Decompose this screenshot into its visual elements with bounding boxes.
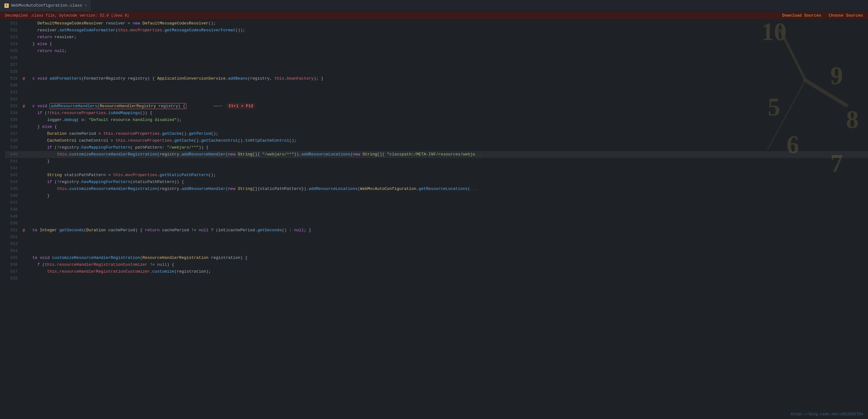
line-num-536: 536 — [5, 123, 20, 130]
line-body-544: if (!registry.hasMappingForPattern(stati… — [28, 179, 868, 185]
code-line-553: 553 — [5, 241, 868, 247]
line-body-536: } else { — [28, 123, 868, 130]
line-num-538: 538 — [5, 137, 20, 144]
arrow-icon: ——→ — [213, 103, 222, 109]
code-line-543: 543 String staticPathPattern = this.mvcP… — [5, 172, 868, 179]
line-num-521: 521 — [5, 20, 20, 27]
code-line-552: 552 — [5, 234, 868, 241]
code-line-531: 531 — [5, 89, 868, 96]
line-num-537: 537 — [5, 130, 20, 137]
line-body-523: return resolver; — [28, 34, 868, 41]
line-num-548: 548 — [5, 206, 20, 213]
line-body-556: f (this.resourceHandlerRegistrationCusto… — [28, 261, 868, 268]
line-body-543: String staticPathPattern = this.mvcPrope… — [28, 172, 868, 179]
code-line-549: 549 — [5, 213, 868, 220]
code-line-534: 534 if (!this.resourceProperties.isAddMa… — [5, 110, 868, 117]
tab-file-icon: C — [4, 3, 9, 8]
code-line-535: 535 logger.debug( o: "Default resource h… — [5, 117, 868, 123]
code-line-522: 522 resolver.setMessageCodeFormatter(thi… — [5, 27, 868, 34]
line-num-556: 556 — [5, 261, 20, 268]
line-num-529: 529 — [5, 75, 20, 82]
line-body-537: Duration cachePeriod = this.resourceProp… — [28, 130, 868, 137]
line-body-531 — [28, 89, 868, 96]
line-body-527 — [28, 61, 868, 68]
code-line-526: 526 — [5, 55, 868, 61]
code-line-542: 542 — [5, 165, 868, 172]
code-line-525: 525 return null; — [5, 48, 868, 55]
tab-label: WebMvcAutoConfiguration.class — [11, 3, 82, 8]
line-body-549 — [28, 213, 868, 220]
line-body-521: DefaultMessageCodesResolver resolver = n… — [28, 20, 868, 27]
code-line-538: 538 CacheControl cacheControl = this.res… — [5, 137, 868, 144]
line-num-550: 550 — [5, 220, 20, 227]
line-body-535: logger.debug( o: "Default resource handl… — [28, 117, 868, 123]
line-body-533: c void addResourceHandlers(ResourceHandl… — [28, 103, 868, 110]
line-body-558 — [28, 275, 868, 282]
code-line-540: 540 this.customizeResourceHandlerRegistr… — [5, 151, 868, 158]
line-num-523: 523 — [5, 34, 20, 41]
line-body-532 — [28, 96, 868, 103]
line-num-535: 535 — [5, 117, 20, 123]
line-body-550 — [28, 220, 868, 227]
url-text: https://blog.csdn.net/u012292754 — [791, 412, 863, 417]
code-line-532: 532 — [5, 96, 868, 103]
code-line-541: 541 } — [5, 158, 868, 165]
shortcut-hint: Ctrl + F12 — [227, 103, 255, 109]
code-line-545: 545 this.customizeResourceHandlerRegistr… — [5, 185, 868, 192]
line-num-532: 532 — [5, 96, 20, 103]
line-num-558: 558 — [5, 275, 20, 282]
line-body-555: te void customizeResourceHandlerRegistra… — [28, 255, 868, 261]
red-box-highlight: addResourceHandlers(ResourceHandlerRegis… — [50, 103, 186, 109]
line-num-539: 539 — [5, 144, 20, 151]
line-num-530: 530 — [5, 82, 20, 89]
line-num-534: 534 — [5, 110, 20, 117]
line-body-526 — [28, 55, 868, 61]
line-body-554 — [28, 247, 868, 255]
choose-sources-button[interactable]: Choose Sources — [829, 13, 863, 18]
line-num-544: 544 — [5, 179, 20, 185]
line-body-538: CacheControl cacheControl = this.resourc… — [28, 137, 868, 144]
code-line-527: 527 — [5, 61, 868, 68]
code-line-556: 556 f (this.resourceHandlerRegistrationC… — [5, 261, 868, 268]
code-editor[interactable]: 521 DefaultMessageCodesResolver resolver… — [0, 20, 868, 419]
line-body-545: this.customizeResourceHandlerRegistratio… — [28, 185, 868, 192]
line-body-530 — [28, 82, 868, 89]
line-num-543: 543 — [5, 172, 20, 179]
code-line-554: 554 — [5, 247, 868, 255]
line-body-548 — [28, 206, 868, 213]
line-body-551: te Integer getSeconds(Duration cachePeri… — [28, 227, 868, 234]
download-sources-button[interactable]: Download Sources — [782, 13, 821, 18]
line-body-524: } else { — [28, 41, 868, 48]
line-num-525: 525 — [5, 48, 20, 55]
line-body-541: } — [28, 158, 868, 165]
code-line-550: 550 — [5, 220, 868, 227]
code-line-529: 529 @ c void addFormatters(FormatterRegi… — [5, 75, 868, 82]
decompiled-info-text: Decompiled .class file, bytecode version… — [5, 13, 129, 18]
code-line-546: 546 } — [5, 192, 868, 199]
code-lines: 521 DefaultMessageCodesResolver resolver… — [5, 20, 868, 282]
tab-close-button[interactable]: × — [85, 3, 87, 8]
line-num-552: 552 — [5, 234, 20, 241]
code-area: 521 DefaultMessageCodesResolver resolver… — [0, 20, 868, 419]
line-num-522: 522 — [5, 27, 20, 34]
code-line-523: 523 return resolver; — [5, 34, 868, 41]
line-body-546: } — [28, 192, 868, 199]
gutter-529: @ — [20, 75, 28, 82]
line-body-540: this.customizeResourceHandlerRegistratio… — [28, 151, 868, 158]
line-body-534: if (!this.resourceProperties.isAddMappin… — [28, 110, 868, 117]
line-num-533: 533 — [5, 103, 20, 110]
line-num-557: 557 — [5, 268, 20, 275]
gutter-551: @ — [20, 227, 28, 234]
line-num-524: 524 — [5, 41, 20, 48]
code-line-528: 528 — [5, 68, 868, 75]
code-line-547: 547 — [5, 199, 868, 206]
line-num-551: 551 — [5, 227, 20, 234]
code-line-557: 557 this.resourceHandlerRegistrationCust… — [5, 268, 868, 275]
line-body-525: return null; — [28, 48, 868, 55]
tab-webmvc[interactable]: C WebMvcAutoConfiguration.class × — [0, 0, 92, 11]
info-bar-actions: Download Sources Choose Sources — [782, 13, 863, 18]
code-line-533: 533 @ c void addResourceHandlers(Resourc… — [5, 103, 868, 110]
line-num-526: 526 — [5, 55, 20, 61]
code-line-539: 539 if (!registry.hasMappingForPattern( … — [5, 144, 868, 151]
line-body-553 — [28, 241, 868, 247]
